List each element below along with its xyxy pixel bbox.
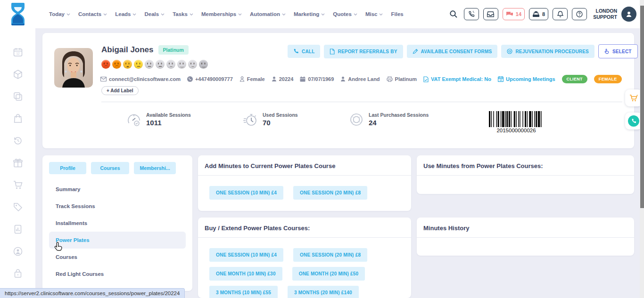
chevron-down-icon bbox=[132, 13, 136, 16]
phone-circle-icon bbox=[187, 76, 193, 82]
shopping-bag-icon[interactable] bbox=[13, 113, 23, 124]
chevron-down-icon bbox=[354, 13, 357, 16]
tag-icon[interactable] bbox=[13, 202, 23, 212]
select-button[interactable]: SELECT bbox=[598, 44, 638, 58]
scrollbar-thumb[interactable] bbox=[640, 6, 644, 208]
menu-item-track-sessions[interactable]: Track Sessions bbox=[49, 198, 186, 215]
gift-icon[interactable] bbox=[13, 158, 23, 168]
phone-icon bbox=[293, 48, 299, 54]
search-icon[interactable] bbox=[449, 10, 458, 18]
client-status-badge: CLIENT bbox=[562, 75, 587, 83]
nav-marketing[interactable]: Marketing bbox=[294, 11, 325, 17]
header-toolbar: 14 8 LONDON SUPPORT bbox=[449, 0, 636, 28]
cart-icon bbox=[629, 93, 638, 103]
locker-icon[interactable] bbox=[13, 268, 23, 279]
page-scrollbar[interactable] bbox=[640, 0, 644, 298]
panel-title: Add Minutes to Current Power Plates Cour… bbox=[198, 155, 411, 175]
nav-files[interactable]: Files bbox=[391, 11, 403, 17]
member-icon[interactable] bbox=[13, 246, 23, 257]
nav-tasks[interactable]: Tasks bbox=[173, 11, 193, 17]
upcoming-meetings-link[interactable]: 12 Upcoming Meetings bbox=[498, 76, 555, 82]
nav-automation[interactable]: Automation bbox=[250, 11, 286, 17]
printer-icon bbox=[387, 76, 393, 82]
minutes-history-panel: Minutes History bbox=[417, 217, 634, 256]
tab-profile[interactable]: Profile bbox=[49, 162, 86, 174]
satisfaction-scale bbox=[101, 60, 208, 69]
client-membership: Platinum bbox=[387, 76, 417, 82]
emoji-sad[interactable] bbox=[123, 60, 132, 69]
add-minutes-panel: Add Minutes to Current Power Plates Cour… bbox=[198, 155, 411, 211]
client-email[interactable]: connect@clinicsoftware.com bbox=[100, 76, 181, 82]
report-referrals-button[interactable]: REPORT REFERRALS BY bbox=[324, 45, 403, 58]
tab-memberships[interactable]: Membershi... bbox=[134, 162, 176, 174]
menu-item-power-plates[interactable]: Power Plates bbox=[49, 232, 186, 249]
chevron-down-icon bbox=[66, 13, 70, 16]
package-icon[interactable] bbox=[13, 69, 23, 80]
buy-three-months-20min-button[interactable]: 3 MONTHS (20 MIN) £140 bbox=[288, 286, 359, 298]
nav-deals[interactable]: Deals bbox=[144, 11, 165, 17]
menu-item-summary[interactable]: Summary bbox=[49, 181, 186, 198]
menu-item-installments[interactable]: Installments bbox=[49, 215, 186, 232]
report-icon[interactable] bbox=[13, 224, 23, 234]
nav-quotes[interactable]: Quotes bbox=[333, 11, 357, 17]
pos-count-badge: 8 bbox=[542, 11, 545, 17]
add-label-button[interactable]: + Add Label bbox=[101, 86, 139, 95]
menu-item-courses[interactable]: Courses bbox=[49, 249, 186, 266]
user-avatar[interactable] bbox=[621, 7, 636, 22]
messages-button[interactable]: 14 bbox=[503, 8, 525, 20]
notifications-button[interactable] bbox=[553, 8, 568, 20]
client-phone[interactable]: +447490009777 bbox=[187, 76, 233, 82]
emoji-neutral-gray[interactable] bbox=[156, 60, 165, 69]
emoji-big-smile[interactable] bbox=[199, 60, 208, 69]
cart-icon[interactable] bbox=[13, 180, 23, 190]
nav-misc[interactable]: Misc bbox=[365, 11, 383, 17]
document-icon bbox=[330, 48, 335, 55]
emoji-angry[interactable] bbox=[101, 60, 110, 69]
call-button[interactable]: CALL bbox=[288, 45, 320, 58]
nav-contacts[interactable]: Contacts bbox=[78, 11, 107, 17]
buy-one-month-10min-button[interactable]: ONE MONTH (10 MIN) £30 bbox=[209, 267, 282, 281]
emoji-neutral-gray[interactable] bbox=[145, 60, 154, 69]
client-photo[interactable] bbox=[54, 48, 93, 88]
buy-three-months-10min-button[interactable]: 3 MONTHS (10 MIN) £55 bbox=[209, 286, 278, 298]
add-one-session-10min-button[interactable]: ONE SESSION (10 MIN) £4 bbox=[209, 186, 283, 200]
menu-item-red-light-courses[interactable]: Red Light Courses bbox=[49, 266, 186, 282]
messages-count-badge: 14 bbox=[516, 11, 521, 17]
emoji-smile[interactable] bbox=[177, 60, 186, 69]
add-one-session-20min-button[interactable]: ONE SESSION (20 MIN) £8 bbox=[293, 186, 367, 200]
buy-one-session-20min-button[interactable]: ONE SESSION (20 MIN) £8 bbox=[293, 248, 367, 262]
nav-today[interactable]: Today bbox=[49, 11, 70, 17]
gender-badge: FEMALE bbox=[594, 75, 622, 83]
calendar-icon[interactable]: 12 bbox=[13, 47, 23, 57]
pointer-icon bbox=[604, 48, 610, 54]
buy-one-month-20min-button[interactable]: ONE MONTH (20 MIN) £50 bbox=[292, 267, 365, 281]
rejuvenation-procedures-button[interactable]: REJUVENATION PROCEDURES bbox=[501, 45, 594, 58]
emoji-frown[interactable] bbox=[112, 60, 121, 69]
buy-one-session-10min-button[interactable]: ONE SESSION (10 MIN) £4 bbox=[209, 248, 283, 262]
clinicsoftware-logo[interactable] bbox=[8, 2, 27, 26]
call-log-button[interactable] bbox=[464, 8, 479, 20]
tier-badge: Platinum bbox=[158, 45, 189, 55]
vat-status-link[interactable]: VAT Exempt Medical: No bbox=[423, 76, 491, 82]
tab-courses[interactable]: Courses bbox=[91, 162, 129, 174]
pos-register-button[interactable]: 8 bbox=[529, 8, 548, 20]
nav-leads[interactable]: Leads bbox=[115, 11, 136, 17]
help-button[interactable] bbox=[572, 8, 587, 20]
profile-actions: CALL REPORT REFERRALS BY AVAILABLE CONSE… bbox=[288, 44, 644, 58]
inbox-button[interactable] bbox=[483, 8, 498, 20]
person-outline-icon bbox=[239, 76, 245, 82]
stopwatch-icon bbox=[243, 112, 258, 127]
side-icon-rail: 12 bbox=[0, 28, 35, 298]
document-check-icon bbox=[423, 76, 429, 82]
duplicate-icon[interactable] bbox=[13, 91, 23, 102]
inbox-icon bbox=[487, 11, 494, 17]
consent-forms-button[interactable]: AVAILABLE CONSENT FORMS bbox=[407, 45, 498, 58]
nav-memberships[interactable]: Memberships bbox=[201, 11, 242, 17]
emoji-neutral[interactable] bbox=[134, 60, 143, 69]
emoji-slight-smile[interactable] bbox=[166, 60, 175, 69]
emoji-slight-smile[interactable] bbox=[188, 60, 197, 69]
history-icon[interactable] bbox=[13, 136, 23, 146]
panel-title: Use Minutes from Power Plates Courses: bbox=[417, 155, 634, 175]
person-icon bbox=[272, 76, 277, 82]
top-header: Today Contacts Leads Deals Tasks Members… bbox=[0, 0, 644, 28]
